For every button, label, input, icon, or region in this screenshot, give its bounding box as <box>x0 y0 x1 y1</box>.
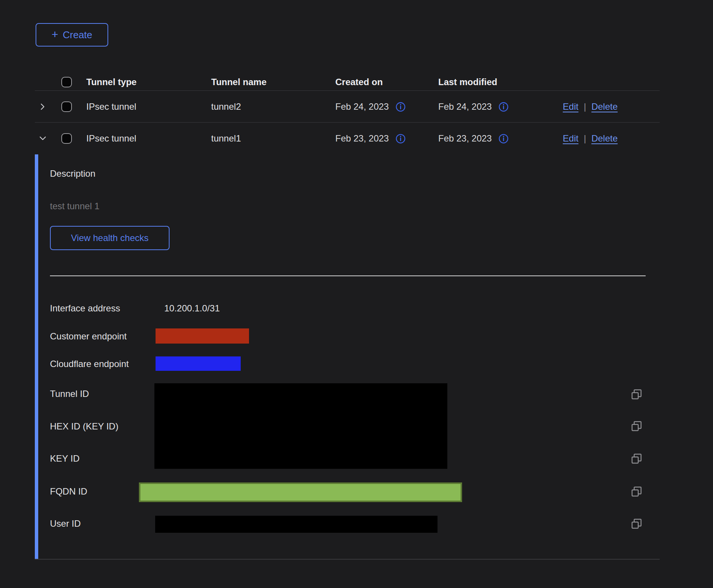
info-icon[interactable] <box>498 102 509 112</box>
row-actions: Edit | Delete <box>563 123 683 154</box>
info-icon[interactable] <box>498 134 509 144</box>
actions-separator: | <box>584 101 586 112</box>
info-icon[interactable] <box>395 102 406 112</box>
last-modified-cell: Feb 23, 2023 <box>438 123 509 154</box>
copy-tunnel-id-button[interactable] <box>630 388 643 400</box>
ipsec-tunnels-page: + Create Tunnel type Tunnel name Created… <box>0 0 713 588</box>
column-header-tunnel-type: Tunnel type <box>86 73 137 91</box>
tunnel-id-label: Tunnel ID <box>50 388 89 400</box>
user-id-label: User ID <box>50 518 81 529</box>
view-health-checks-button[interactable]: View health checks <box>50 226 170 250</box>
expand-row-button[interactable] <box>36 100 49 113</box>
cloudflare-endpoint-label: Cloudflare endpoint <box>50 358 129 370</box>
copy-user-id-button[interactable] <box>630 518 643 530</box>
created-on-value: Feb 24, 2023 <box>335 101 389 112</box>
tunnel-name-cell: tunnel1 <box>211 123 241 154</box>
interface-address-value: 10.200.1.0/31 <box>164 303 220 314</box>
copy-icon <box>631 420 642 432</box>
description-value: test tunnel 1 <box>50 201 100 212</box>
tunnel-name-cell: tunnel2 <box>211 91 241 123</box>
row-actions: Edit | Delete <box>563 91 683 123</box>
row-checkbox[interactable] <box>61 101 72 112</box>
last-modified-value: Feb 23, 2023 <box>438 133 492 144</box>
customer-endpoint-label: Customer endpoint <box>50 331 127 342</box>
column-header-last-modified: Last modified <box>438 73 497 91</box>
created-on-cell: Feb 24, 2023 <box>335 91 406 123</box>
copy-key-id-button[interactable] <box>630 453 643 465</box>
column-header-tunnel-name: Tunnel name <box>211 73 266 91</box>
detail-section-divider <box>50 275 646 276</box>
create-button-label: Create <box>63 29 92 41</box>
interface-address-label: Interface address <box>50 303 120 314</box>
delete-link[interactable]: Delete <box>592 101 618 112</box>
hex-id-label: HEX ID (KEY ID) <box>50 421 118 432</box>
created-on-cell: Feb 23, 2023 <box>335 123 406 154</box>
tunnel-type-cell: IPsec tunnel <box>86 123 136 154</box>
customer-endpoint-redacted-value <box>156 328 249 344</box>
chevron-right-icon <box>38 102 47 111</box>
fqdn-id-redacted-value <box>139 482 462 502</box>
cloudflare-endpoint-redacted-value <box>156 356 241 371</box>
chevron-down-icon <box>38 134 47 143</box>
column-header-created-on: Created on <box>335 73 383 91</box>
ids-redacted-values <box>154 383 447 469</box>
delete-link[interactable]: Delete <box>592 133 618 144</box>
copy-icon <box>631 518 642 529</box>
actions-separator: | <box>584 133 586 144</box>
tunnel-type-cell: IPsec tunnel <box>86 91 136 123</box>
created-on-value: Feb 23, 2023 <box>335 133 389 144</box>
edit-link[interactable]: Edit <box>563 101 578 112</box>
copy-fqdn-id-button[interactable] <box>630 485 643 498</box>
select-all-checkbox[interactable] <box>61 77 72 87</box>
fqdn-id-label: FQDN ID <box>50 486 87 497</box>
select-all-cell <box>61 73 72 91</box>
row-checkbox[interactable] <box>61 133 72 144</box>
table-row-tunnel1: IPsec tunnel tunnel1 Feb 23, 2023 Feb 23… <box>35 123 660 154</box>
expanded-row-bottom-divider <box>35 559 660 560</box>
key-id-label: KEY ID <box>50 453 79 464</box>
copy-icon <box>631 486 642 497</box>
table-header-row: Tunnel type Tunnel name Created on Last … <box>35 73 660 91</box>
user-id-redacted-value <box>155 516 437 533</box>
edit-link[interactable]: Edit <box>563 133 578 144</box>
expanded-row-indicator-bar <box>35 154 38 559</box>
last-modified-value: Feb 24, 2023 <box>438 101 492 112</box>
copy-icon <box>631 389 642 400</box>
last-modified-cell: Feb 24, 2023 <box>438 91 509 123</box>
create-button[interactable]: + Create <box>36 23 108 47</box>
description-label: Description <box>50 168 95 179</box>
plus-icon: + <box>51 29 58 40</box>
copy-icon <box>631 453 642 464</box>
copy-hex-id-button[interactable] <box>630 420 643 432</box>
info-icon[interactable] <box>395 134 406 144</box>
table-row-tunnel2: IPsec tunnel tunnel2 Feb 24, 2023 Feb 24… <box>35 91 660 123</box>
collapse-row-button[interactable] <box>36 132 49 145</box>
